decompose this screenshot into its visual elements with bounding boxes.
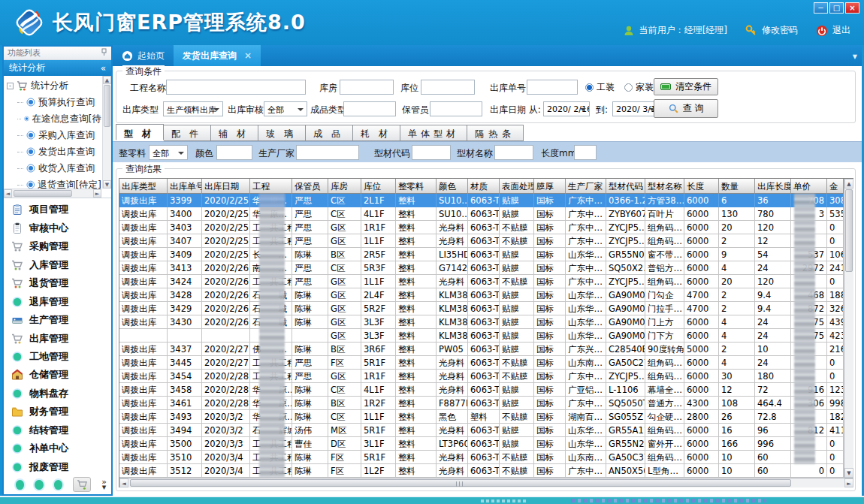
radio-gongzhuang[interactable]: 工装 xyxy=(585,81,615,94)
column-header-库房[interactable]: 库房 xyxy=(328,179,361,194)
tree-item-退货查询[待定][interactable]: 退货查询[待定] xyxy=(5,177,101,189)
scrollbar-thumb[interactable] xyxy=(14,190,72,197)
module-dot-icon[interactable] xyxy=(35,480,43,490)
column-header-型材代码[interactable]: 型材代码 xyxy=(606,179,645,194)
material-tab-配件[interactable]: 配件 xyxy=(164,125,211,141)
column-header-长度[interactable]: 长度 xyxy=(684,179,719,194)
scroll-right-icon[interactable]: ► xyxy=(844,478,853,487)
scroll-left-icon[interactable]: ◄ xyxy=(4,189,12,198)
tree-item-发货出库查询[interactable]: 发货出库查询 xyxy=(5,143,101,160)
clear-conditions-button[interactable]: 清空条件 xyxy=(654,78,718,95)
table-row[interactable]: 调拨出库34242020/2/26工 共工程严思G区1L1F整料光身料6063-… xyxy=(119,275,853,288)
tree-root-statistics[interactable]: - 统计分析 xyxy=(5,77,101,94)
date-to-picker[interactable]: 2020/ 3/16 xyxy=(612,101,659,116)
sidebar-item-财务管理[interactable]: 财务管理 xyxy=(4,403,111,421)
tab-close-icon[interactable]: × xyxy=(244,50,252,61)
tree-item-在途信息查询[待[interactable]: 在途信息查询[待 xyxy=(5,110,101,127)
search-button[interactable]: 查 询 xyxy=(654,99,718,118)
project-name-input[interactable] xyxy=(166,80,306,95)
maximize-button[interactable]: □ xyxy=(829,2,844,14)
column-header-库位[interactable]: 库位 xyxy=(361,179,396,194)
column-header-型材名称[interactable]: 型材名称 xyxy=(645,179,684,194)
change-password-link[interactable]: 修改密码 xyxy=(762,24,798,37)
table-row[interactable]: 调拨出库34542020/2/28工 共工程严思G区1R1F整料光身料6063-… xyxy=(119,370,853,383)
column-header-表面处理[interactable]: 表面处理 xyxy=(500,179,534,194)
table-row[interactable]: 调拨出库34292020/2/26石 城陈琳G区5R2F整料KLM3817606… xyxy=(119,302,853,315)
profile-code-input[interactable] xyxy=(412,145,451,160)
product-type-input[interactable] xyxy=(343,101,396,116)
column-header-整零料[interactable]: 整零料 xyxy=(396,179,437,194)
sidebar-item-报废管理[interactable]: 报废管理 xyxy=(4,458,111,476)
minimize-button[interactable]: − xyxy=(814,2,828,14)
material-tab-玻璃[interactable]: 玻璃 xyxy=(258,125,306,141)
column-header-材质[interactable]: 材质 xyxy=(468,179,500,194)
column-header-出库单号[interactable]: 出库单号 xyxy=(168,179,202,194)
profile-name-input[interactable] xyxy=(494,145,533,160)
table-row[interactable]: 调拨出库35102020/3/4工 共工程陈琳F区5R1F整料光身料6063-T… xyxy=(119,451,853,464)
sidebar-item-退库管理[interactable]: 退库管理 xyxy=(4,292,111,310)
table-row[interactable]: 调拨出库34612020/2/28华 原…陈琳B区1R2F整料F8877FT60… xyxy=(119,397,853,410)
scroll-left-icon[interactable]: ◄ xyxy=(119,478,128,487)
material-tab-单体型材[interactable]: 单体型材 xyxy=(400,125,467,141)
close-button[interactable]: × xyxy=(845,2,859,14)
table-row[interactable]: 调拨出库34302020/2/26石 城陈琳G区3L3F整料KLM3817606… xyxy=(119,315,853,329)
keeper-input[interactable] xyxy=(430,101,482,116)
material-tab-辅材[interactable]: 辅材 xyxy=(211,125,258,141)
sidebar-item-审核中心[interactable]: 审核中心 xyxy=(4,219,111,237)
table-row[interactable]: 调拨出库34002020/2/25华 原…严思C区4L1F整料SU10…6063… xyxy=(119,207,853,221)
sidebar-item-入库管理[interactable]: 入库管理 xyxy=(4,255,111,273)
table-row[interactable]: 调拨出库34372020/2/27佛 …陈琳B区3R6F整料PW056063-T… xyxy=(119,343,853,356)
table-row[interactable]: 调拨出库34932020/3/2华 原…陈琳C区1L1F整料黑色塑料不贴膜国标湖… xyxy=(119,410,853,424)
cart-module-button[interactable] xyxy=(73,477,92,492)
material-tab-成品[interactable]: 成品 xyxy=(306,125,353,141)
scrollbar-thumb[interactable] xyxy=(130,479,791,487)
pin-icon[interactable] xyxy=(101,48,107,59)
column-header-出库类型[interactable]: 出库类型 xyxy=(119,179,168,194)
material-tab-隔热条[interactable]: 隔热条 xyxy=(467,125,524,141)
column-header-数量[interactable]: 数量 xyxy=(719,179,755,194)
module-dot-icon[interactable] xyxy=(54,480,62,490)
table-row[interactable]: 调拨出库35122020/3/4工 共工程陈琳F区1L2F整料光身料6063-T… xyxy=(119,464,853,478)
sidebar-item-退货管理[interactable]: 退货管理 xyxy=(4,274,111,292)
logout-link[interactable]: 退出 xyxy=(832,24,850,37)
date-from-picker[interactable]: 2020/ 2/16 xyxy=(543,101,590,116)
manufacturer-input[interactable] xyxy=(296,145,359,160)
scroll-down-icon[interactable]: ▼ xyxy=(844,468,853,478)
module-dot-icon[interactable] xyxy=(16,480,24,490)
sidebar-item-补单中心[interactable]: 补单中心 xyxy=(4,439,111,457)
sidebar-item-出库管理[interactable]: 出库管理 xyxy=(4,329,111,347)
scrollbar-thumb[interactable] xyxy=(104,85,110,127)
tab-home[interactable]: 起始页 xyxy=(113,45,174,66)
sidebar-item-项目管理[interactable]: 项目管理 xyxy=(4,201,111,219)
tab-overflow-icon[interactable]: ▼ xyxy=(853,53,857,60)
radio-jiazhuang[interactable]: 家装 xyxy=(624,81,654,94)
sidebar-item-生产管理[interactable]: 生产管理 xyxy=(4,311,111,329)
table-row[interactable]: G区3L3F整料KLM38176063-T5贴膜国标山东华…GA90M09.门下… xyxy=(119,329,853,343)
audit-combo[interactable]: 全部 xyxy=(264,101,307,116)
color-input[interactable] xyxy=(216,145,252,160)
whole-part-combo[interactable]: 全部 xyxy=(149,145,188,160)
scroll-up-icon[interactable]: ▲ xyxy=(103,76,111,84)
column-header-膜厚[interactable]: 膜厚 xyxy=(534,179,566,194)
table-row[interactable]: 调拨出库34582020/2/28华 原…陈琳C区4L1F整料光身料6063-T… xyxy=(119,383,853,397)
collapse-icon[interactable]: « xyxy=(101,63,106,74)
sidebar-item-仓储管理[interactable]: 仓储管理 xyxy=(4,366,111,384)
tree-item-预算执行查询[interactable]: 预算执行查询 xyxy=(5,94,101,110)
column-header-单价[interactable]: 单价 xyxy=(791,179,827,194)
table-row[interactable]: 调拨出库34072020/2/25工 共工程严思G区1L1F整料光身料6063-… xyxy=(119,234,853,248)
column-header-出库日期[interactable]: 出库日期 xyxy=(202,179,250,194)
table-row[interactable]: 调拨出库34092020/2/25长 …陈琳B区2R5F整料LI35HD6063… xyxy=(119,248,853,261)
table-row[interactable]: 调拨出库34452020/2/27工 共工程严思F区5R1F整料光身料6063-… xyxy=(119,356,853,370)
sidebar-item-工地管理[interactable]: 工地管理 xyxy=(4,348,111,366)
tree-expander-icon[interactable]: - xyxy=(7,83,14,89)
table-row[interactable]: 调拨出库34032020/2/25工 共工程严思G区1R1F整料光身料6063-… xyxy=(119,221,853,234)
tree-item-收货入库查询[interactable]: 收货入库查询 xyxy=(5,160,101,177)
tree-horizontal-scrollbar[interactable]: ◄ ► xyxy=(4,189,101,198)
table-row[interactable]: 调拨出库34132020/2/26南 …严思C区5R3F整料G714226063… xyxy=(119,261,853,275)
order-no-input[interactable] xyxy=(527,80,578,95)
scroll-up-icon[interactable]: ▲ xyxy=(844,179,853,189)
scrollbar-thumb[interactable] xyxy=(845,189,853,272)
tree-item-采购入库查询[interactable]: 采购入库查询 xyxy=(5,127,101,143)
tab-shipping-outbound-query[interactable]: 发货出库查询 × xyxy=(174,45,261,66)
grid-horizontal-scrollbar[interactable]: ◄► xyxy=(119,478,853,487)
